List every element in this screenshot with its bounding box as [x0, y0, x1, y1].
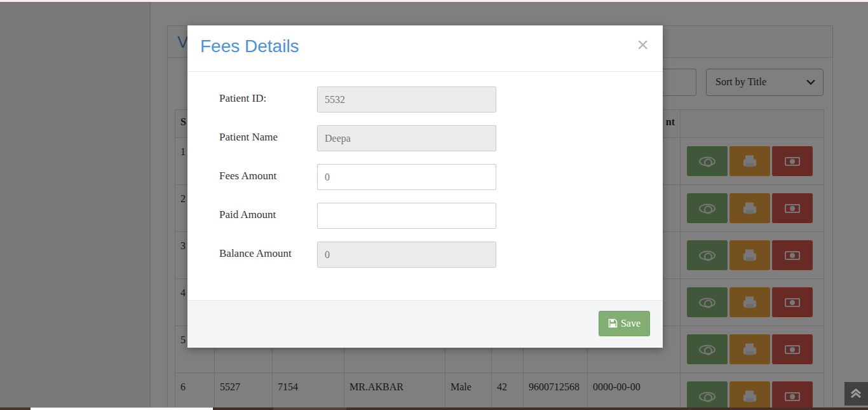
- bottom-strip: [346, 407, 868, 410]
- bottom-strip: [0, 407, 31, 410]
- patient-id-label: Patient ID:: [219, 86, 317, 113]
- patient-name-label: Patient Name: [219, 125, 317, 151]
- bottom-strip: [213, 407, 273, 410]
- modal-title: Fees Details: [200, 36, 299, 57]
- bottom-strip: [273, 407, 346, 410]
- paid-amount-label: Paid Amount: [219, 203, 317, 229]
- status-bubble: [31, 407, 213, 410]
- field-row-patient-name: Patient Name: [219, 125, 663, 151]
- field-row-balance-amount: Balance Amount: [219, 242, 663, 268]
- browser-edge-strip: [0, 0, 868, 2]
- fees-details-modal: Fees Details × Patient ID: Patient Name …: [187, 25, 663, 348]
- modal-body: Patient ID: Patient Name Fees Amount Pai…: [187, 72, 663, 268]
- save-button-label: Save: [621, 318, 641, 329]
- double-chevron-up-icon: [850, 388, 862, 399]
- close-icon[interactable]: ×: [637, 33, 649, 57]
- balance-amount-label: Balance Amount: [219, 242, 317, 268]
- save-button[interactable]: Save: [599, 311, 650, 336]
- field-row-paid-amount: Paid Amount: [219, 203, 663, 229]
- patient-id-field: [317, 86, 496, 113]
- balance-amount-field: [317, 242, 496, 268]
- fees-amount-label: Fees Amount: [219, 164, 317, 190]
- floppy-disk-icon: [608, 318, 618, 328]
- field-row-fees-amount: Fees Amount: [219, 164, 663, 190]
- app-window: V Sort by Title S: [0, 0, 868, 410]
- paid-amount-field[interactable]: [317, 203, 496, 229]
- modal-footer: Save: [187, 300, 663, 348]
- fees-amount-field[interactable]: [317, 164, 496, 190]
- scroll-to-top-button[interactable]: [844, 382, 868, 406]
- field-row-patient-id: Patient ID:: [219, 86, 663, 113]
- modal-header: Fees Details ×: [187, 25, 663, 72]
- patient-name-field: [317, 125, 496, 151]
